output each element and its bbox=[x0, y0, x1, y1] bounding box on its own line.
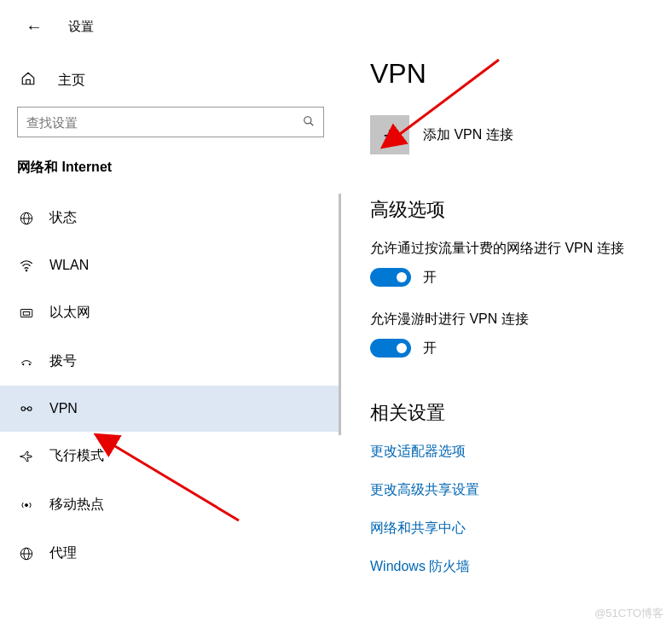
svg-line-1 bbox=[310, 122, 314, 125]
nav-label: 移动热点 bbox=[49, 496, 104, 514]
nav-label: 飞行模式 bbox=[49, 447, 104, 465]
plus-icon: + bbox=[370, 115, 409, 154]
toggle-metered-switch[interactable] bbox=[370, 268, 411, 287]
nav-list: 状态 WLAN 以太网 拨号 bbox=[0, 194, 341, 578]
toggle-roaming-switch[interactable] bbox=[370, 339, 411, 358]
nav-label: 代理 bbox=[49, 544, 77, 562]
search-input[interactable] bbox=[26, 115, 303, 130]
airplane-icon bbox=[17, 449, 36, 464]
scroll-indicator[interactable] bbox=[339, 194, 341, 435]
page-title: VPN bbox=[370, 58, 672, 90]
nav-item-dialup[interactable]: 拨号 bbox=[0, 337, 341, 386]
proxy-icon bbox=[17, 546, 36, 561]
home-label: 主页 bbox=[58, 72, 85, 90]
link-firewall[interactable]: Windows 防火墙 bbox=[370, 558, 672, 576]
svg-rect-7 bbox=[23, 311, 30, 315]
ethernet-icon bbox=[17, 305, 36, 321]
toggle-metered: 允许通过按流量计费的网络进行 VPN 连接 开 bbox=[370, 240, 672, 287]
link-network-center[interactable]: 网络和共享中心 bbox=[370, 520, 672, 538]
nav-item-vpn[interactable]: VPN bbox=[0, 386, 341, 432]
header: ← 设置 bbox=[0, 17, 341, 62]
advanced-heading: 高级选项 bbox=[370, 197, 672, 223]
svg-point-11 bbox=[28, 407, 32, 411]
dialup-icon bbox=[17, 354, 36, 369]
nav-item-wlan[interactable]: WLAN bbox=[0, 242, 341, 288]
svg-point-8 bbox=[23, 363, 25, 365]
hotspot-icon bbox=[17, 497, 36, 513]
svg-point-0 bbox=[304, 116, 311, 123]
add-vpn-label: 添加 VPN 连接 bbox=[423, 126, 513, 144]
wifi-icon bbox=[17, 258, 36, 273]
svg-point-10 bbox=[21, 407, 26, 411]
link-sharing-settings[interactable]: 更改高级共享设置 bbox=[370, 481, 672, 499]
globe-icon bbox=[17, 211, 36, 226]
nav-item-status[interactable]: 状态 bbox=[0, 194, 341, 242]
watermark: @51CTO博客 bbox=[594, 606, 663, 621]
nav-label: 以太网 bbox=[49, 304, 90, 322]
svg-rect-6 bbox=[20, 309, 32, 317]
section-title: 网络和 Internet bbox=[0, 159, 341, 194]
svg-point-9 bbox=[29, 363, 31, 365]
nav-item-proxy[interactable]: 代理 bbox=[0, 529, 341, 578]
nav-item-ethernet[interactable]: 以太网 bbox=[0, 288, 341, 337]
svg-point-13 bbox=[26, 503, 28, 506]
home-icon bbox=[20, 71, 38, 90]
header-title: 设置 bbox=[68, 19, 94, 35]
nav-label: 状态 bbox=[49, 209, 77, 227]
toggle-roaming-label: 允许漫游时进行 VPN 连接 bbox=[370, 311, 672, 329]
home-link[interactable]: 主页 bbox=[0, 62, 341, 107]
related-heading: 相关设置 bbox=[370, 400, 672, 426]
nav-item-airplane[interactable]: 飞行模式 bbox=[0, 432, 341, 480]
nav-item-hotspot[interactable]: 移动热点 bbox=[0, 480, 341, 529]
toggle-roaming: 允许漫游时进行 VPN 连接 开 bbox=[370, 311, 672, 358]
toggle-metered-label: 允许通过按流量计费的网络进行 VPN 连接 bbox=[370, 240, 672, 258]
search-icon bbox=[303, 115, 315, 130]
back-arrow-icon[interactable]: ← bbox=[26, 17, 43, 37]
add-vpn-button[interactable]: + 添加 VPN 连接 bbox=[370, 115, 672, 154]
link-adapter-options[interactable]: 更改适配器选项 bbox=[370, 443, 672, 461]
toggle-metered-state: 开 bbox=[423, 269, 437, 287]
toggle-roaming-state: 开 bbox=[423, 340, 437, 358]
vpn-icon bbox=[17, 401, 36, 416]
svg-point-5 bbox=[26, 270, 27, 271]
main-content: VPN + 添加 VPN 连接 高级选项 允许通过按流量计费的网络进行 VPN … bbox=[341, 0, 672, 628]
nav-label: 拨号 bbox=[49, 352, 77, 370]
sidebar: ← 设置 主页 网络和 Internet 状态 bbox=[0, 0, 341, 628]
nav-label: VPN bbox=[49, 401, 78, 416]
nav-label: WLAN bbox=[49, 258, 89, 273]
search-box[interactable] bbox=[17, 107, 324, 137]
